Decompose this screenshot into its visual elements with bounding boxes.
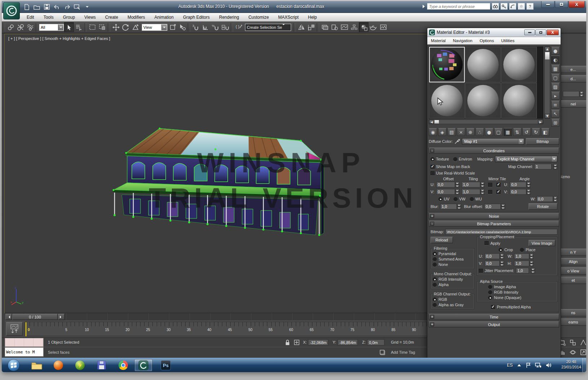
taskbar-3dsmax-icon-active[interactable] <box>134 359 152 371</box>
use-real-world-scale-checkbox[interactable] <box>431 171 435 175</box>
show-map-in-viewport-icon[interactable]: ▦ <box>504 128 512 136</box>
v-tile-checkbox[interactable] <box>496 190 500 194</box>
project-workspace-icon[interactable] <box>73 3 81 11</box>
menu-graph-editors[interactable]: Graph Editors <box>178 13 214 22</box>
taskbar-app-orange-icon[interactable] <box>49 359 67 371</box>
minimize-button[interactable] <box>541 1 554 8</box>
mapping-dropdown[interactable]: Explicit Map Channel <box>495 156 557 162</box>
menu-group[interactable]: Group <box>58 13 80 22</box>
select-and-rotate-icon[interactable] <box>121 22 130 32</box>
view-image-button[interactable]: View Image <box>529 240 555 246</box>
slots-horizontal-scrollbar[interactable]: ◀ ▶ <box>429 119 543 124</box>
put-to-library-icon[interactable]: ● <box>485 128 493 136</box>
uv-radio[interactable] <box>438 197 442 201</box>
taskbar-app-green-icon[interactable] <box>71 359 89 371</box>
menu-create[interactable]: Create <box>101 13 123 22</box>
backlight-icon[interactable]: ◐ <box>551 56 560 64</box>
panel-button-fragment[interactable]: ns <box>558 309 586 316</box>
slots-vertical-scrollbar[interactable]: ▲ ▼ <box>544 46 550 119</box>
me-menu-options[interactable]: Options <box>476 39 498 43</box>
coordinates-rollout-header[interactable]: - Coordinates <box>429 148 559 154</box>
map-type-button[interactable]: Bitmap <box>526 138 559 145</box>
me-maximize-button[interactable] <box>535 30 546 35</box>
jitter-field[interactable]: 1,0 <box>516 268 529 273</box>
put-material-to-scene-icon[interactable]: ◈ <box>438 128 446 136</box>
taskbar-photoshop-icon[interactable]: Ps <box>157 359 175 371</box>
panel-button-fragment[interactable]: d... <box>558 75 586 82</box>
map-name-dropdown[interactable]: Map #1 <box>462 138 524 145</box>
toolbar-options-chevron-icon[interactable] <box>83 3 91 11</box>
dropdown-arrow-icon[interactable] <box>518 139 524 144</box>
v-tiling-field[interactable]: 1,0 <box>462 189 480 195</box>
go-forward-to-sibling-icon[interactable]: ↻ <box>532 128 540 136</box>
time-rollout-header[interactable]: + Time <box>429 314 559 320</box>
menu-customize[interactable]: Customize <box>244 13 273 22</box>
bind-to-space-warp-icon[interactable] <box>25 22 35 32</box>
crop-h-field[interactable]: 1,0 <box>514 261 529 266</box>
crop-u-field[interactable]: 0,0 <box>485 253 500 259</box>
go-to-parent-icon[interactable]: ↺ <box>522 128 531 136</box>
map-channel-field[interactable]: 1 <box>534 164 552 169</box>
network-icon[interactable] <box>535 363 542 368</box>
snap-toggle-3d-icon[interactable]: 3 <box>191 22 201 32</box>
taskbar-explorer-icon[interactable] <box>28 359 46 371</box>
absolute-offset-toggle-icon[interactable] <box>294 339 300 345</box>
align-icon[interactable] <box>306 22 316 32</box>
stack-item-gizmo[interactable]: Gizmo <box>558 173 586 180</box>
open-file-icon[interactable] <box>33 3 41 11</box>
panel-button-fragment[interactable]: o View <box>558 267 586 275</box>
selection-filter-dropdown[interactable]: All <box>39 24 64 31</box>
search-binoculars-icon[interactable] <box>492 3 499 10</box>
schematic-view-icon[interactable] <box>349 22 359 32</box>
blur-offset-field[interactable]: 0,0 <box>484 204 501 209</box>
panel-button-fragment[interactable]: eams <box>558 318 586 326</box>
me-close-button[interactable]: X <box>547 30 559 35</box>
material-editor-button[interactable] <box>359 22 369 32</box>
make-material-copy-icon[interactable]: ⊕ <box>466 128 475 136</box>
material-slot-2[interactable] <box>465 47 501 82</box>
material-slot-4[interactable] <box>429 83 465 118</box>
graphite-tools-icon[interactable] <box>330 22 339 32</box>
bitmap-parameters-rollout-header[interactable]: - Bitmap Parameters <box>429 221 559 227</box>
expand-icon[interactable]: + <box>430 315 434 319</box>
material-slot-5[interactable] <box>465 83 501 118</box>
panel-button-fragment[interactable]: et <box>558 277 586 284</box>
texture-radio[interactable] <box>431 157 435 161</box>
rendered-frame-window-icon[interactable] <box>378 22 388 32</box>
vw-radio[interactable] <box>454 197 458 201</box>
panel-button-fragment[interactable]: nel <box>558 100 586 108</box>
menu-animation[interactable]: Animation <box>150 13 178 22</box>
place-radio[interactable] <box>520 248 524 252</box>
premultiplied-alpha-checkbox[interactable] <box>491 305 495 309</box>
v-mirror-checkbox[interactable] <box>488 190 492 194</box>
select-by-material-icon[interactable]: ↖ <box>551 110 560 118</box>
menu-tools[interactable]: Tools <box>39 13 58 22</box>
named-selection-set-dropdown[interactable]: Create Selection Se <box>245 24 291 31</box>
select-and-move-icon[interactable] <box>111 22 121 32</box>
scroll-left-icon[interactable]: ◀ <box>429 120 434 124</box>
current-frame-marker[interactable] <box>25 322 27 336</box>
unlink-selection-icon[interactable] <box>15 22 25 32</box>
show-map-on-back-checkbox[interactable] <box>431 165 435 169</box>
u-tile-checkbox[interactable] <box>496 183 500 187</box>
reset-map-icon[interactable]: × <box>457 128 465 136</box>
scroll-down-icon[interactable]: ▼ <box>545 114 550 118</box>
jitter-placement-checkbox[interactable] <box>479 269 483 273</box>
show-end-result-icon[interactable]: ⇅ <box>513 128 521 136</box>
me-menu-utilities[interactable]: Utilities <box>498 39 518 43</box>
u-tiling-field[interactable]: 1,0 <box>462 182 480 187</box>
w-angle-field[interactable]: 0,0 <box>536 196 553 202</box>
select-and-scale-icon[interactable] <box>130 22 140 32</box>
show-desktop-button[interactable] <box>582 358 586 372</box>
dropdown-arrow-icon[interactable] <box>282 25 285 30</box>
panel-button-fragment[interactable]: n Y <box>558 249 586 256</box>
z-coordinate-field[interactable]: 0,0m <box>367 339 384 345</box>
image-alpha-radio[interactable] <box>488 285 492 289</box>
bitmap-path-field[interactable]: \ROCA\estacion\estacion casa\stacion\DAR… <box>445 229 557 235</box>
expand-icon[interactable]: + <box>430 322 434 326</box>
window-crossing-toggle-icon[interactable] <box>97 22 107 32</box>
mirror-icon[interactable] <box>297 22 306 32</box>
alpha-radio[interactable] <box>433 283 437 287</box>
make-unique-icon[interactable]: ∴ <box>476 128 484 136</box>
menu-modifiers[interactable]: Modifiers <box>123 13 150 22</box>
